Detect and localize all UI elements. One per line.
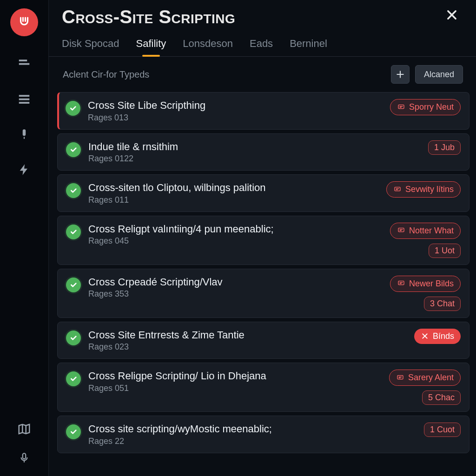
severity-pill[interactable]: Sevwity lítins (386, 181, 461, 198)
header: Cross-Site Scripting Disk SpocadSafility… (49, 0, 476, 57)
card-title: Cross Site Entrrests & Zime Tantie (88, 329, 407, 342)
nav-dashboard-icon[interactable] (16, 56, 32, 72)
issue-card[interactable]: Cross site scripting/wyMostic meenablic;… (57, 416, 469, 453)
check-icon (66, 225, 81, 239)
comment-icon (393, 186, 402, 193)
card-subtitle: Rages 011 (88, 195, 379, 205)
count-chip[interactable]: 5 Chac (422, 390, 461, 405)
issue-list: Cross Site Libe ScripthingRages 013Sporr… (49, 92, 476, 476)
card-subtitle: Rages 045 (88, 236, 383, 246)
issue-card[interactable]: Cross Religpt valıntiing/4 pun meenablic… (57, 216, 469, 265)
svg-rect-6 (398, 105, 404, 108)
card-badges: Sarery Alent5 Chac (389, 370, 461, 405)
card-badges: Notter What1 Uot (390, 223, 461, 258)
card-body: Cross-siten tlo Cliptou, wilbings paliti… (88, 181, 379, 205)
nav-map-icon[interactable] (16, 421, 32, 437)
issue-card[interactable]: Cross Site Entrrests & Zime TantieRages … (57, 322, 469, 359)
tab-4[interactable]: Berninel (290, 38, 327, 56)
pill-label: Bínds (433, 331, 454, 341)
count-chip[interactable]: 1 Uot (429, 244, 461, 258)
svg-rect-0 (19, 60, 27, 61)
pill-label: Sarery Alent (408, 373, 454, 383)
check-icon (66, 331, 81, 345)
svg-rect-2 (19, 95, 30, 97)
card-subtitle: Rages 023 (88, 342, 407, 352)
card-body: Cross Site Libe ScripthingRages 013 (88, 99, 383, 123)
severity-pill[interactable]: Sarery Alent (389, 370, 461, 386)
card-title: Cross Crpeadé Scripting/Vlav (88, 276, 383, 289)
tab-0[interactable]: Disk Spocad (62, 38, 119, 56)
card-subtitle: Rages 013 (88, 113, 383, 123)
pill-label: Sporry Neut (409, 102, 454, 112)
svg-rect-5 (23, 453, 26, 459)
svg-rect-9 (398, 281, 404, 285)
x-icon (421, 332, 429, 340)
tab-3[interactable]: Eads (250, 38, 273, 56)
check-icon (66, 142, 81, 157)
nav-menu-icon[interactable] (16, 91, 32, 107)
subbar: Aclent Cir-for Typeds Alcaned (49, 57, 476, 92)
check-icon (66, 371, 81, 386)
card-body: Cross Crpeadé Scripting/VlavRages 353 (88, 276, 383, 299)
tab-1[interactable]: Safility (136, 38, 166, 56)
severity-pill[interactable]: Notter What (390, 223, 461, 239)
page-title: Cross-Site Scripting (62, 7, 235, 27)
card-badges: Sporry Neut (390, 99, 461, 115)
close-button[interactable] (443, 7, 460, 23)
card-body: Indue tile & rnsithimRages 0122 (88, 140, 421, 164)
card-body: Cross Site Entrrests & Zime TantieRages … (88, 329, 407, 352)
card-body: Cross Religpe Scripting/ Lio in DhejanaR… (88, 370, 382, 393)
issue-card[interactable]: Cross Site Libe ScripthingRages 013Sporr… (57, 92, 469, 130)
check-icon (66, 183, 81, 198)
count-chip[interactable]: 1 Cuot (424, 423, 461, 437)
tab-2[interactable]: Lonsdeson (183, 38, 233, 56)
card-badges: Newer Bilds3 Chat (390, 276, 461, 311)
issue-card[interactable]: Cross Religpe Scripting/ Lio in DhejanaR… (57, 363, 469, 412)
card-badges: Bínds (414, 329, 461, 344)
card-title: Cross Religpe Scripting/ Lio in Dhejana (88, 370, 382, 383)
card-title: Cross Religpt valıntiing/4 pun meenablic… (88, 223, 383, 236)
card-subtitle: Rages 0122 (88, 154, 421, 164)
check-icon (66, 278, 81, 292)
severity-pill[interactable]: Sporry Neut (390, 99, 461, 115)
check-icon (66, 424, 81, 439)
add-button[interactable] (391, 65, 410, 84)
nav-mic-icon[interactable] (16, 126, 32, 142)
nav-bolt-icon[interactable] (16, 162, 32, 178)
card-title: Cross-siten tlo Cliptou, wilbings paliti… (88, 181, 379, 194)
comment-icon (397, 280, 405, 287)
tab-bar: Disk SpocadSafilityLonsdesonEadsBerninel (62, 38, 460, 56)
main-panel: Cross-Site Scripting Disk SpocadSafility… (49, 0, 476, 476)
comment-icon (396, 374, 404, 382)
card-body: Cross Religpt valıntiing/4 pun meenablic… (88, 223, 383, 246)
card-subtitle: Rages 22 (88, 436, 416, 446)
pill-label: Sevwity lítins (405, 185, 454, 194)
subbar-label: Aclent Cir-for Typeds (63, 69, 149, 80)
count-chip[interactable]: 1 Jub (428, 140, 461, 155)
svg-rect-10 (397, 375, 403, 379)
card-badges: 1 Jub (428, 140, 461, 155)
issue-card[interactable]: Cross-siten tlo Cliptou, wilbings paliti… (57, 174, 469, 212)
pill-label: Notter What (409, 226, 454, 236)
comment-icon (397, 227, 405, 234)
card-title: Indue tile & rnsithim (88, 140, 421, 153)
sidebar (0, 0, 49, 476)
severity-pill[interactable]: Newer Bilds (390, 276, 461, 292)
check-icon (66, 101, 80, 116)
card-subtitle: Rages 051 (88, 383, 382, 393)
app-logo[interactable] (10, 8, 38, 36)
card-badges: 1 Cuot (424, 423, 461, 437)
card-body: Cross site scripting/wyMostic meenablic;… (88, 423, 416, 446)
issue-card[interactable]: Indue tile & rnsithimRages 01221 Jub (57, 133, 469, 171)
svg-rect-4 (19, 102, 30, 104)
card-title: Cross site scripting/wyMostic meenablic; (88, 423, 416, 436)
filter-button[interactable]: Alcaned (415, 65, 463, 84)
issue-card[interactable]: Cross Crpeadé Scripting/VlavRages 353New… (57, 269, 469, 318)
comment-icon (397, 104, 405, 111)
pill-label: Newer Bilds (409, 279, 454, 289)
nav-voice-icon[interactable] (16, 450, 32, 466)
svg-rect-3 (19, 99, 30, 100)
svg-rect-1 (19, 63, 30, 65)
severity-pill[interactable]: Bínds (414, 329, 461, 344)
count-chip[interactable]: 3 Chat (424, 297, 461, 311)
